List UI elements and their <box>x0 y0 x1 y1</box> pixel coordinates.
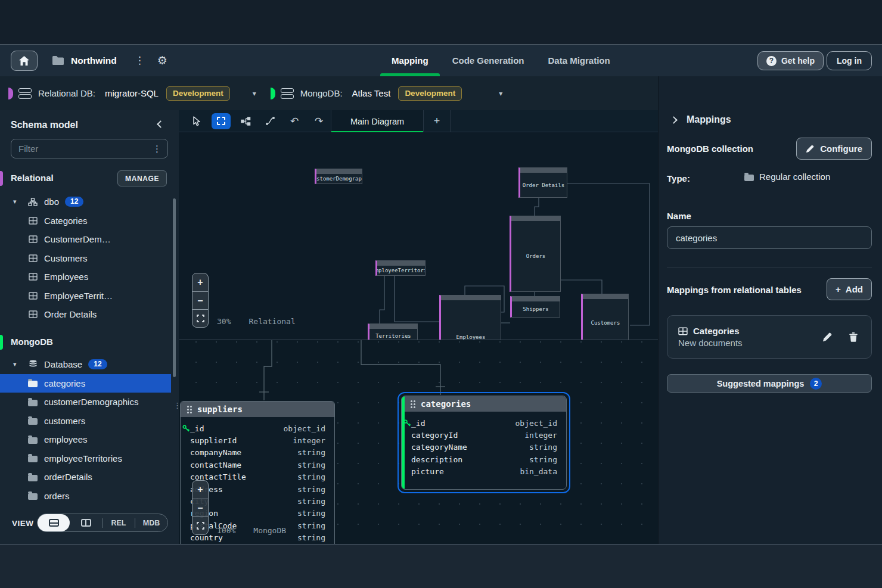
drag-handle-icon[interactable] <box>187 406 192 413</box>
sidebar-collection-orderdetails[interactable]: orderDetails <box>0 468 179 487</box>
log-in-button[interactable]: Log in <box>827 51 872 70</box>
sidebar-title: Schema model <box>11 120 78 130</box>
tree-node-dbo[interactable]: ▾ dbo 12 <box>0 192 179 211</box>
field-row[interactable]: _idobject_id <box>181 422 334 434</box>
filter-options-kebab-icon[interactable]: ⋮ <box>153 144 167 154</box>
project-name: Northwind <box>71 55 117 66</box>
collection-name-input[interactable] <box>667 226 872 249</box>
view-mdb-button[interactable]: MDB <box>135 514 167 531</box>
configure-button[interactable]: Configure <box>796 138 872 160</box>
sidebar-table-order-details[interactable]: Order Details <box>0 305 179 324</box>
zoom-fit-button[interactable] <box>192 517 208 534</box>
settings-gear-icon[interactable]: ⚙ <box>157 54 167 67</box>
filter-input[interactable] <box>11 144 153 154</box>
sidebar-table-customerdem[interactable]: CustomerDem… <box>0 230 179 249</box>
mapping-card-categories[interactable]: Categories New documents <box>667 315 872 359</box>
diagram-table-orders[interactable]: Orders <box>510 216 561 292</box>
sidebar-collection-customerdemographics[interactable]: customerDemographics <box>0 393 179 412</box>
relational-zoom-controls: + − <box>192 273 209 328</box>
diagram-table-employeeterritories[interactable]: EmployeeTerritori… <box>375 260 426 276</box>
zoom-out-button[interactable]: − <box>192 291 208 309</box>
mongodb-status-indicator <box>271 88 275 99</box>
sidebar-table-customers[interactable]: Customers <box>0 249 179 268</box>
add-mapping-button[interactable]: + Add <box>827 278 872 300</box>
edit-mapping-button[interactable] <box>822 332 833 342</box>
get-help-button[interactable]: ? Get help <box>757 51 824 70</box>
sidebar-collection-orders[interactable]: orders <box>0 487 179 506</box>
tab-main-diagram[interactable]: Main Diagram <box>331 110 424 132</box>
top-bar: Northwind ⋮ ⚙ Mapping Code Generation Da… <box>0 45 882 76</box>
diagram-toolbar: ↶ ↷ Main Diagram + <box>179 110 658 132</box>
project-menu-kebab-icon[interactable]: ⋮ <box>135 54 145 67</box>
sidebar-collection-employees[interactable]: employees <box>0 430 179 449</box>
categories-header[interactable]: categories <box>402 396 566 412</box>
zoom-out-button[interactable]: − <box>192 499 208 517</box>
sidebar-table-employees[interactable]: Employees <box>0 267 179 287</box>
tab-code-generation[interactable]: Code Generation <box>451 45 526 76</box>
folder-icon <box>27 454 38 462</box>
tab-data-migration[interactable]: Data Migration <box>547 45 611 76</box>
sidebar-scrollbar[interactable] <box>173 198 176 377</box>
diagram-table-territories[interactable]: Territories <box>368 323 418 340</box>
diagram-table-customerdemographics[interactable]: CustomerDemograph… <box>315 169 362 184</box>
delete-mapping-button[interactable] <box>849 332 858 342</box>
marquee-select-tool[interactable] <box>212 113 231 129</box>
panel-resize-grip-icon[interactable]: ⋮ <box>173 401 179 410</box>
select-pointer-tool[interactable] <box>187 113 206 129</box>
view-rel-button[interactable]: REL <box>103 514 135 531</box>
collapse-sidebar-icon[interactable] <box>157 120 164 128</box>
redo-button[interactable]: ↷ <box>309 113 328 129</box>
expand-caret-icon[interactable]: ▾ <box>13 360 20 368</box>
sidebar-collection-customers[interactable]: customers <box>0 412 179 431</box>
fit-view-icon <box>197 315 204 322</box>
sidebar-table-categories[interactable]: Categories <box>0 211 179 231</box>
suppliers-header[interactable]: suppliers <box>181 402 334 417</box>
mongodb-name: Atlas Test <box>352 88 391 98</box>
mongodb-dropdown-caret-icon[interactable]: ▾ <box>499 89 502 98</box>
folder-icon <box>27 435 38 444</box>
type-value: Regular collection <box>759 172 830 182</box>
mongodb-section-label: MongoDB <box>11 337 53 347</box>
connector-tool[interactable] <box>260 113 279 129</box>
mongodb-env-badge: Development <box>398 86 462 101</box>
undo-button[interactable]: ↶ <box>285 113 304 129</box>
field-row[interactable]: contactNamestring <box>181 459 334 471</box>
tab-mapping[interactable]: Mapping <box>390 45 430 76</box>
zoom-in-button[interactable]: + <box>192 273 208 291</box>
zoom-fit-button[interactable] <box>192 309 208 327</box>
sidebar-collection-categories[interactable]: categories <box>0 374 171 393</box>
pane-divider[interactable] <box>179 340 658 340</box>
collection-box-categories[interactable]: categories _idobject_id categoryIdintege… <box>401 396 567 490</box>
diagram-table-order-details[interactable]: Order Details <box>518 167 567 198</box>
diagram-table-shippers[interactable]: Shippers <box>510 296 560 318</box>
suggested-mappings-button[interactable]: Suggested mappings 2 <box>667 374 872 393</box>
field-row[interactable]: categoryNamestring <box>402 441 566 453</box>
collapse-panel-icon[interactable] <box>670 116 678 124</box>
drag-handle-icon[interactable] <box>411 400 415 408</box>
view-split-vertical-button[interactable] <box>70 514 102 531</box>
field-row[interactable]: categoryIdinteger <box>402 429 566 441</box>
field-row[interactable]: supplierIdinteger <box>181 434 334 446</box>
auto-layout-tool[interactable] <box>236 113 255 129</box>
view-split-horizontal-button[interactable] <box>38 514 70 531</box>
field-row[interactable]: _idobject_id <box>402 417 566 429</box>
field-row[interactable]: descriptionstring <box>402 453 566 465</box>
undo-icon: ↶ <box>290 115 299 127</box>
diagram-table-customers[interactable]: Customers <box>581 294 629 340</box>
manage-button[interactable]: MANAGE <box>117 170 167 186</box>
sidebar-collection-employeeterritories[interactable]: employeeTerritories <box>0 449 179 468</box>
relational-dropdown-caret-icon[interactable]: ▾ <box>253 89 256 98</box>
add-diagram-tab-button[interactable]: + <box>424 110 451 132</box>
field-row[interactable]: companyNamestring <box>181 447 334 459</box>
mongodb-zoom-level: 100% <box>217 526 235 535</box>
screen: Northwind ⋮ ⚙ Mapping Code Generation Da… <box>0 0 882 588</box>
zoom-in-button[interactable]: + <box>192 481 208 499</box>
diagram-table-employees[interactable]: Employees <box>439 295 501 340</box>
suggested-count-badge: 2 <box>810 378 822 390</box>
sidebar-table-employeeterrit[interactable]: EmployeeTerrit… <box>0 287 179 306</box>
home-button[interactable] <box>11 51 38 71</box>
expand-caret-icon[interactable]: ▾ <box>13 198 20 206</box>
tree-node-database[interactable]: ▾ Database 12 <box>0 355 179 374</box>
field-row[interactable]: picturebin_data <box>402 466 566 478</box>
database-server-icon <box>281 88 294 99</box>
